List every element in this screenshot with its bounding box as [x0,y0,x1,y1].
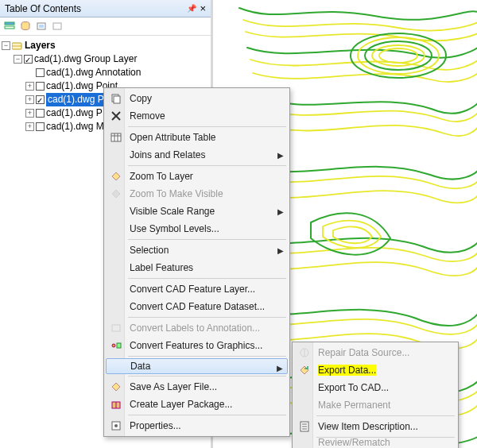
menu-convert-cad-layer[interactable]: Convert CAD Feature Layer... [106,280,288,298]
svg-rect-5 [5,22,14,25]
menu-copy[interactable]: Copy [106,90,288,107]
menu-convert-features-graphics[interactable]: Convert Features to Graphics... [106,337,288,354]
svg-rect-21 [112,325,120,331]
pin-icon[interactable]: 📌 [187,4,196,13]
menu-zoom-to-layer[interactable]: Zoom To Layer [106,168,288,185]
menu-open-attribute-table[interactable]: Open Attribute Table [106,129,288,146]
dataframe-icon [12,41,23,51]
list-by-source-icon[interactable] [19,20,32,33]
submenu-view-item-description[interactable]: View Item Description... [294,418,456,435]
submenu-export-to-cad[interactable]: Export To CAD... [294,379,456,396]
zoom-layer-icon [110,170,122,183]
menu-convert-cad-dataset[interactable]: Convert CAD Feature Dataset... [106,298,288,315]
package-icon [110,398,122,411]
menu-zoom-make-visible: Zoom To Make Visible [106,185,288,203]
submenu-arrow-icon: ▶ [277,246,284,255]
minus-icon[interactable]: − [2,41,10,50]
table-icon [110,131,122,144]
convert-labels-icon [110,322,122,334]
list-by-drawing-order-icon[interactable] [3,20,16,33]
toc-toolbar [0,17,211,36]
svg-rect-10 [53,23,61,29]
menu-data[interactable]: Data ▶ [106,358,288,374]
menu-joins-relates[interactable]: Joins and Relates ▶ [106,146,288,164]
toc-titlebar: Table Of Contents 📌 × [0,0,211,17]
checkbox-icon[interactable] [36,122,45,131]
submenu-arrow-icon: ▶ [277,207,284,216]
convert-features-icon [110,339,122,352]
toc-title-text: Table Of Contents [5,3,81,14]
svg-rect-14 [114,96,120,103]
properties-icon [110,419,122,432]
list-by-selection-icon[interactable] [51,20,64,33]
checkbox-icon[interactable] [36,109,45,118]
svg-rect-12 [12,45,21,47]
menu-save-as-layer-file[interactable]: Save As Layer File... [106,378,288,396]
checkbox-icon[interactable] [36,68,45,77]
svg-point-27 [114,424,118,427]
submenu-repair-data-source: Repair Data Source... [294,344,456,361]
repair-icon [298,346,311,359]
svg-rect-23 [117,343,121,348]
checkbox-checked-icon[interactable] [36,95,45,104]
plus-icon[interactable]: + [25,122,34,131]
minus-icon[interactable]: − [14,55,22,64]
tree-item-label: cad(1).dwg Annotation [46,66,141,79]
plus-icon[interactable]: + [25,82,34,91]
menu-visible-scale-range[interactable]: Visible Scale Range ▶ [106,203,288,220]
submenu-arrow-icon: ▶ [277,364,283,373]
document-icon [298,420,311,433]
menu-selection[interactable]: Selection ▶ [106,241,288,259]
menu-remove[interactable]: Remove [106,107,288,125]
tree-item-label: cad(1).dwg P [46,93,106,106]
plus-icon[interactable]: + [25,95,34,104]
svg-point-22 [112,344,115,347]
save-layer-icon [110,380,122,393]
menu-label-features[interactable]: Label Features [106,259,288,276]
copy-icon [110,92,122,105]
tree-group[interactable]: − cad(1).dwg Group Layer [14,52,209,66]
checkbox-checked-icon[interactable] [24,55,33,64]
tree-item-label: cad(1).dwg M [46,120,104,133]
tree-item-label: cad(1).dwg P [46,106,103,120]
menu-use-symbol-levels[interactable]: Use Symbol Levels... [106,220,288,238]
menu-convert-labels-annotation: Convert Labels to Annotation... [106,319,288,337]
submenu-arrow-icon: ▶ [277,151,284,160]
plus-icon[interactable]: + [25,109,34,118]
tree-item[interactable]: cad(1).dwg Annotation [25,66,209,79]
list-by-visibility-icon[interactable] [35,20,48,33]
tree-root[interactable]: − Layers [2,39,209,52]
checkbox-icon[interactable] [36,82,45,91]
svg-rect-6 [5,26,14,29]
submenu-make-permanent: Make Permanent [294,396,456,414]
menu-create-layer-package[interactable]: Create Layer Package... [106,396,288,413]
close-icon[interactable]: × [200,2,206,14]
remove-icon [110,110,122,122]
tree-group-label: cad(1).dwg Group Layer [34,52,137,66]
tree-root-label: Layers [25,39,56,52]
menu-properties[interactable]: Properties... [106,417,288,434]
export-data-icon [298,364,311,377]
data-submenu: Repair Data Source... Export Data... Exp… [292,342,459,448]
submenu-export-data[interactable]: Export Data... [294,361,456,379]
layer-context-menu: Copy Remove Open Attribute Table Joins a… [103,87,290,437]
svg-rect-17 [111,133,121,141]
svg-point-2 [358,37,439,74]
submenu-review-rematch: Review/Rematch Addresses... [294,439,456,448]
zoom-visible-icon [110,187,122,200]
expander-none [25,68,34,77]
svg-rect-9 [39,25,44,28]
